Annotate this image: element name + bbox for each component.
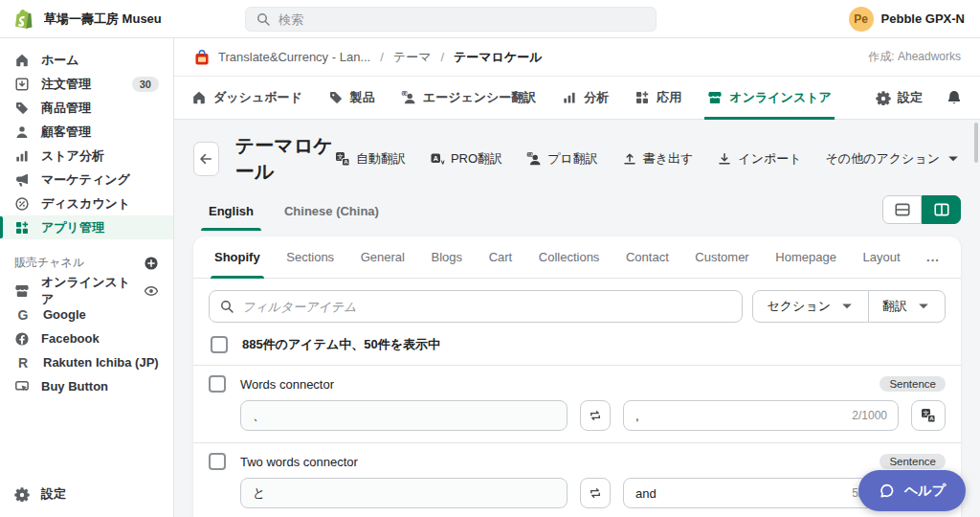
filter-items-input[interactable] (209, 290, 743, 323)
chat-icon (879, 483, 896, 500)
export-icon (622, 151, 637, 167)
category-tabs: Shopify Sections General Blogs Cart Coll… (193, 236, 961, 279)
bell-icon[interactable] (946, 89, 963, 106)
swap-button[interactable] (580, 478, 611, 508)
sidebar-item-label: 注文管理 (41, 76, 91, 93)
items-summary: 885件のアイテム中、50件を表示中 (242, 336, 440, 353)
translation-row: Words connector Sentence 2/1000 (193, 365, 961, 442)
scrollbar-thumb[interactable] (974, 123, 978, 163)
search-icon (256, 11, 271, 27)
category-tab-cart[interactable]: Cart (481, 236, 521, 279)
language-tab-chinese[interactable]: Chinese (China) (269, 193, 394, 231)
tab-advanced[interactable]: 応用 (635, 77, 681, 120)
source-text-input[interactable] (240, 478, 568, 508)
chevron-down-icon (916, 299, 931, 314)
sidebar-item-orders[interactable]: 注文管理 30 (0, 72, 173, 96)
sidebar-item-discounts[interactable]: ディスカウント (0, 191, 173, 215)
breadcrumb-app[interactable]: Translate&Currency - Lan... (218, 50, 370, 64)
sidebar-item-customers[interactable]: 顧客管理 (0, 120, 173, 144)
row-checkbox[interactable] (209, 453, 226, 470)
sidebar-item-analytics[interactable]: ストア分析 (0, 144, 173, 168)
category-tab-collections[interactable]: Collections (531, 236, 608, 279)
gear-icon (876, 90, 891, 105)
store-switcher[interactable]: 草場一壽工房 Museum ... (0, 8, 174, 31)
breadcrumb-separator: / (440, 50, 444, 64)
target-input-wrap: 5/1000 (623, 478, 899, 508)
tab-online-store[interactable]: オンラインストア (707, 77, 831, 120)
language-tabs: English Chinese (China) (193, 193, 961, 231)
auto-translate-button[interactable]: 自動翻訳 (335, 150, 406, 168)
category-tab-homepage[interactable]: Homepage (768, 236, 844, 279)
page-content: テーマロケール 自動翻訳 PRO翻訳 プロ翻訳 (174, 120, 980, 517)
type-badge: Sentence (880, 454, 946, 469)
sidebar-item-facebook[interactable]: Facebook (0, 326, 173, 350)
filter-label: 翻訳 (882, 298, 907, 315)
help-button[interactable]: ヘルプ (858, 470, 966, 511)
person-translate-icon (401, 90, 416, 105)
sidebar-item-marketing[interactable]: マーケティング (0, 168, 173, 191)
view-rows-button[interactable] (882, 195, 922, 224)
category-tab-customer[interactable]: Customer (687, 236, 756, 279)
home-icon (191, 90, 207, 105)
sidebar-item-online-store[interactable]: オンラインストア (0, 279, 173, 303)
category-tab-more[interactable]: ... (919, 236, 947, 279)
chevron-down-icon (946, 151, 961, 167)
person-icon (14, 124, 30, 140)
sidebar-item-google[interactable]: G Google (0, 303, 173, 326)
back-button[interactable] (193, 142, 219, 176)
tab-analytics[interactable]: 分析 (562, 77, 609, 120)
sidebar-item-products[interactable]: 商品管理 (0, 96, 173, 120)
global-search-input[interactable] (278, 12, 646, 27)
app-icon (193, 49, 211, 66)
discount-icon (14, 196, 30, 212)
export-button[interactable]: 書き出す (622, 150, 694, 168)
sidebar-item-home[interactable]: ホーム (0, 48, 173, 72)
select-all-checkbox[interactable] (211, 336, 228, 353)
tab-agency-translation[interactable]: エージェンシー翻訳 (401, 77, 537, 120)
type-badge: Sentence (880, 376, 946, 392)
sidebar-item-buy-button[interactable]: Buy Button (0, 374, 173, 398)
eye-icon[interactable] (144, 283, 159, 299)
sidebar-item-label: Facebook (41, 331, 100, 346)
sidebar-item-label: Rakuten Ichiba (JP) (43, 355, 159, 370)
sidebar-item-rakuten[interactable]: R Rakuten Ichiba (JP) (0, 350, 173, 374)
pro-translate-button[interactable]: PRO翻訳 (430, 150, 502, 168)
search-icon (219, 299, 234, 314)
tab-products[interactable]: 製品 (328, 77, 375, 120)
more-actions-button[interactable]: その他のアクション (826, 150, 961, 168)
category-tab-general[interactable]: General (353, 236, 412, 279)
tab-label: 分析 (584, 89, 609, 106)
sidebar-item-label: 顧客管理 (41, 124, 91, 141)
category-tab-contact[interactable]: Contact (618, 236, 677, 279)
pro-translate-icon (430, 151, 445, 167)
view-columns-button[interactable] (922, 195, 961, 224)
category-tab-sections[interactable]: Sections (278, 236, 342, 279)
swap-button[interactable] (580, 400, 611, 431)
global-search[interactable] (245, 7, 657, 32)
row-checkbox[interactable] (209, 375, 226, 393)
translation-filter-button[interactable]: 翻訳 (868, 290, 946, 323)
category-tab-shopify[interactable]: Shopify (207, 236, 268, 279)
section-filter-button[interactable]: セクション (752, 290, 869, 323)
language-tab-english[interactable]: English (193, 193, 269, 231)
source-text-input[interactable] (240, 400, 568, 431)
app-window: 草場一壽工房 Museum ... Pe Pebble GPX-N ホーム 注文… (0, 0, 980, 517)
sidebar-item-apps[interactable]: アプリ管理 (0, 215, 173, 239)
add-channel-icon[interactable] (144, 256, 159, 271)
items-summary-row: 885件のアイテム中、50件を表示中 (193, 332, 961, 365)
app-settings-button[interactable]: 設定 (876, 77, 923, 120)
sidebar-item-settings[interactable]: 設定 (0, 482, 173, 506)
tab-dashboard[interactable]: ダッシュボード (191, 77, 302, 120)
import-button[interactable]: インポート (717, 150, 801, 168)
user-menu[interactable]: Pe Pebble GPX-N (849, 7, 980, 32)
breadcrumb-themes[interactable]: テーマ (393, 49, 432, 66)
avatar: Pe (849, 7, 874, 32)
category-tab-blogs[interactable]: Blogs (424, 236, 471, 279)
translate-button[interactable] (911, 400, 946, 431)
sidebar-item-label: Google (43, 307, 86, 322)
category-tab-layout[interactable]: Layout (855, 236, 907, 279)
action-label: プロ翻訳 (547, 150, 598, 168)
professional-translate-button[interactable]: プロ翻訳 (526, 150, 598, 168)
sidebar-item-label: Buy Button (41, 379, 108, 393)
sidebar-item-label: 商品管理 (41, 100, 91, 117)
